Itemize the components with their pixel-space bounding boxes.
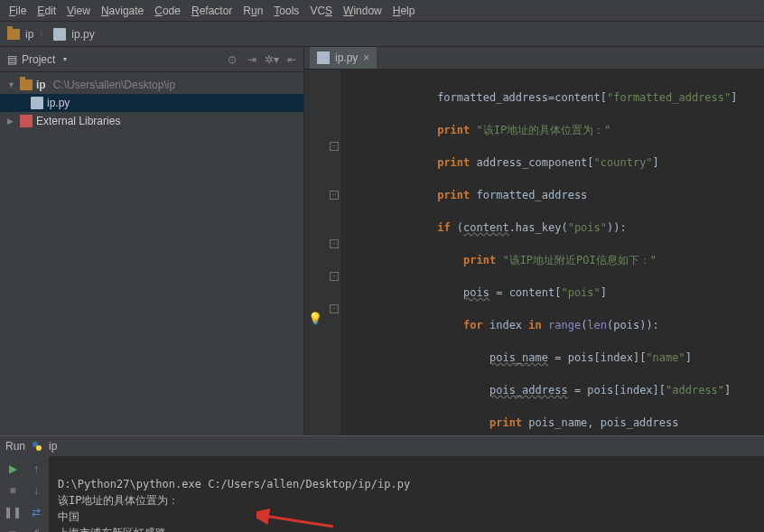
stop-button[interactable]: ■ bbox=[3, 481, 23, 499]
menu-file[interactable]: File bbox=[4, 5, 32, 17]
editor-area: ip.py × − − − − − 💡 formatted_address=co… bbox=[304, 47, 764, 435]
keyword: print bbox=[437, 156, 470, 169]
folder-icon bbox=[7, 29, 20, 40]
python-icon bbox=[31, 440, 43, 453]
menu-window[interactable]: Window bbox=[338, 5, 387, 17]
project-toolbar: ▤ Project ▾ ⊙ ⇥ ✲▾ ⇤ bbox=[0, 47, 303, 72]
fold-marker[interactable]: − bbox=[330, 239, 339, 248]
svg-line-2 bbox=[264, 516, 333, 527]
close-button[interactable]: □ bbox=[3, 525, 23, 532]
menu-run[interactable]: Run bbox=[238, 5, 268, 17]
menu-edit[interactable]: Edit bbox=[32, 5, 61, 17]
hide-icon[interactable]: ⇤ bbox=[285, 53, 298, 66]
tree-root-path: C:\Users\allen\Desktop\ip bbox=[53, 79, 175, 91]
project-title[interactable]: Project bbox=[22, 53, 55, 66]
run-toolbar: ▶ ↑ ■ ↓ ❚❚ ⇄ □ ⎙ bbox=[0, 456, 49, 532]
tree-external-libraries[interactable]: ▶ External Libraries bbox=[0, 112, 303, 130]
scroll-from-source-icon[interactable]: ⊙ bbox=[226, 53, 238, 66]
keyword: print bbox=[437, 189, 470, 201]
string-literal: "name" bbox=[646, 351, 685, 364]
chevron-right-icon[interactable]: ▶ bbox=[7, 117, 16, 126]
tree-root[interactable]: ▼ ip C:\Users\allen\Desktop\ip bbox=[0, 76, 303, 94]
console-cmd: D:\Python27\python.exe C:/Users/allen/De… bbox=[58, 478, 410, 490]
breadcrumb-separator: 〉 bbox=[39, 28, 48, 41]
fold-marker[interactable]: − bbox=[330, 191, 339, 200]
dropdown-icon[interactable]: ▾ bbox=[59, 53, 71, 66]
python-file-icon bbox=[317, 51, 330, 64]
string-literal: "address" bbox=[666, 384, 724, 397]
settings-icon[interactable]: ✲▾ bbox=[266, 53, 278, 66]
menu-navigate[interactable]: Navigate bbox=[96, 5, 149, 17]
string-literal: "该IP地址的具体位置为：" bbox=[477, 124, 611, 136]
folder-icon bbox=[20, 79, 33, 90]
rerun-button[interactable]: ▶ bbox=[3, 460, 23, 478]
fold-marker[interactable]: − bbox=[330, 272, 339, 281]
console-line: 该IP地址的具体位置为： bbox=[58, 494, 179, 507]
menu-bar: File Edit View Navigate Code Refactor Ru… bbox=[0, 0, 764, 22]
breadcrumb: ip 〉 ip.py bbox=[0, 22, 764, 47]
print-button[interactable]: ⎙ bbox=[26, 525, 46, 532]
up-stack-button[interactable]: ↑ bbox=[26, 460, 46, 478]
fold-marker[interactable]: − bbox=[330, 304, 339, 313]
run-header: Run ip bbox=[0, 436, 764, 456]
editor-tab-label: ip.py bbox=[335, 51, 358, 64]
fold-marker[interactable]: − bbox=[330, 142, 339, 151]
python-file-icon bbox=[31, 97, 43, 109]
breadcrumb-file[interactable]: ip.py bbox=[71, 28, 94, 41]
close-icon[interactable]: × bbox=[363, 51, 369, 64]
editor-tabs: ip.py × bbox=[304, 47, 764, 70]
tree-file[interactable]: ip.py bbox=[0, 94, 303, 112]
tree-external-label: External Libraries bbox=[36, 115, 120, 127]
editor-tab[interactable]: ip.py × bbox=[310, 47, 377, 69]
keyword: print bbox=[489, 416, 522, 429]
project-tree: ▼ ip C:\Users\allen\Desktop\ip ip.py ▶ E… bbox=[0, 72, 303, 134]
menu-vcs[interactable]: VCS bbox=[304, 5, 338, 17]
pause-button[interactable]: ❚❚ bbox=[3, 503, 23, 521]
tree-file-name: ip.py bbox=[47, 97, 70, 109]
menu-view[interactable]: View bbox=[61, 5, 96, 17]
keyword: if bbox=[437, 221, 450, 234]
soft-wrap-button[interactable]: ⇄ bbox=[26, 503, 46, 521]
run-panel: Run ip ▶ ↑ ■ ↓ ❚❚ ⇄ □ ⎙ D:\Python27\pyth… bbox=[0, 435, 764, 532]
string-literal: "formatted_address" bbox=[607, 91, 731, 104]
tree-root-name: ip bbox=[36, 79, 46, 91]
breadcrumb-project[interactable]: ip bbox=[25, 28, 33, 41]
svg-point-1 bbox=[36, 445, 42, 451]
main-area: ▤ Project ▾ ⊙ ⇥ ✲▾ ⇤ ▼ ip C:\Users\allen… bbox=[0, 47, 764, 435]
menu-help[interactable]: Help bbox=[387, 5, 421, 17]
keyword: for bbox=[463, 319, 483, 331]
down-stack-button[interactable]: ↓ bbox=[26, 481, 46, 499]
menu-tools[interactable]: Tools bbox=[268, 5, 304, 17]
run-body: ▶ ↑ ■ ↓ ❚❚ ⇄ □ ⎙ D:\Python27\python.exe … bbox=[0, 456, 764, 532]
collapse-all-icon[interactable]: ⇥ bbox=[246, 53, 258, 66]
project-panel: ▤ Project ▾ ⊙ ⇥ ✲▾ ⇤ ▼ ip C:\Users\allen… bbox=[0, 47, 304, 435]
python-file-icon bbox=[53, 28, 66, 41]
console-line: 上海市浦东新区虹盛路 bbox=[58, 527, 166, 532]
keyword: print bbox=[463, 254, 496, 266]
run-config-name[interactable]: ip bbox=[49, 440, 57, 453]
string-literal: "该IP地址附近POI信息如下：" bbox=[502, 254, 657, 266]
project-view-icon[interactable]: ▤ bbox=[5, 53, 18, 66]
console-line: 中国 bbox=[58, 510, 79, 523]
annotation-arrow bbox=[256, 509, 338, 532]
menu-refactor[interactable]: Refactor bbox=[186, 5, 238, 17]
console-output[interactable]: D:\Python27\python.exe C:/Users/allen/De… bbox=[49, 456, 764, 532]
intention-bulb-icon[interactable]: 💡 bbox=[308, 312, 322, 325]
keyword: in bbox=[528, 319, 541, 331]
menu-code[interactable]: Code bbox=[149, 5, 186, 17]
run-title[interactable]: Run bbox=[5, 440, 25, 453]
string-literal: "pois" bbox=[568, 221, 607, 234]
library-icon bbox=[20, 115, 33, 127]
chevron-down-icon[interactable]: ▼ bbox=[7, 80, 16, 89]
string-literal: "country" bbox=[594, 156, 653, 169]
keyword: print bbox=[437, 124, 470, 136]
string-literal: "pois" bbox=[561, 286, 600, 299]
